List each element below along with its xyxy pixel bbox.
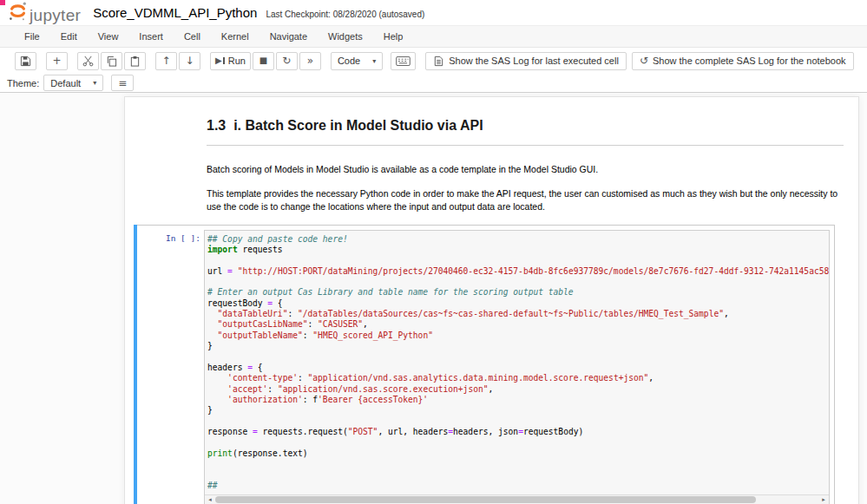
code-line[interactable] — [207, 255, 829, 265]
sas-log-notebook-button[interactable]: ↺ Show the complete SAS Log for the note… — [632, 52, 854, 70]
code-line[interactable] — [207, 437, 829, 448]
theme-value: Default — [50, 78, 81, 88]
code-editor[interactable]: ## Copy and paste code here!import reque… — [204, 230, 830, 504]
cut-cell-button[interactable] — [77, 52, 99, 70]
menu-bar: File Edit View Insert Cell Kernel Naviga… — [0, 25, 867, 48]
interrupt-kernel-button[interactable]: ■ — [253, 52, 274, 70]
menu-cell[interactable]: Cell — [174, 26, 211, 47]
copy-icon — [106, 56, 117, 67]
theme-select[interactable]: Default ▾ — [43, 75, 103, 91]
code-line[interactable]: } — [207, 405, 829, 416]
toc-button[interactable]: ≡ — [111, 75, 134, 91]
code-line[interactable] — [207, 469, 829, 480]
menu-file[interactable]: File — [14, 26, 50, 47]
code-line[interactable] — [207, 416, 829, 427]
code-line[interactable]: } — [207, 341, 829, 351]
code-line[interactable]: headers = { — [207, 363, 829, 373]
menu-view[interactable]: View — [88, 26, 129, 47]
paste-cell-button[interactable] — [124, 52, 146, 70]
sas-log-notebook-label: Show the complete SAS Log for the notebo… — [653, 56, 846, 66]
notebook-title[interactable]: Score_VDMML_API_Python — [93, 3, 257, 23]
jupyter-wordmark: jupyter — [30, 6, 81, 25]
cell-prompt: In [ ]: — [141, 230, 204, 504]
sas-log-cell-button[interactable]: Show the SAS Log for last executed cell — [425, 52, 627, 70]
cell-type-select[interactable]: Code ▾ — [331, 52, 383, 70]
plus-icon: + — [52, 56, 61, 66]
list-lines-icon: ≡ — [118, 78, 127, 88]
heading-rule — [207, 145, 844, 146]
code-lines: ## Copy and paste code here!import reque… — [207, 234, 829, 491]
code-line[interactable]: requestBody = { — [207, 298, 829, 309]
run-label: Run — [228, 56, 246, 66]
command-palette-button[interactable] — [391, 52, 416, 70]
add-cell-button[interactable]: + — [46, 52, 68, 70]
menu-widgets[interactable]: Widgets — [318, 26, 373, 47]
stop-icon: ■ — [259, 56, 267, 65]
app-header: jupyter Score_VDMML_API_Python Last Chec… — [0, 0, 867, 25]
code-line[interactable]: ## — [207, 481, 829, 491]
code-line[interactable]: 'authorization': f'Bearer {accessToken}' — [207, 395, 829, 405]
code-line[interactable]: print(response.text) — [207, 448, 829, 459]
code-line[interactable]: ## Copy and paste code here! — [207, 234, 829, 245]
restart-icon: ↻ — [282, 56, 291, 66]
restart-kernel-button[interactable]: ↻ — [276, 52, 298, 70]
menu-navigate[interactable]: Navigate — [259, 26, 318, 47]
cell-type-value: Code — [338, 56, 360, 66]
paragraph-1: Batch scoring of Models in Model Studio … — [207, 163, 844, 176]
theme-label: Theme: — [7, 78, 39, 88]
markdown-cell[interactable]: 1.3 i. Batch Score in Model Studio via A… — [125, 118, 844, 213]
arrow-down-icon: ↓ — [185, 56, 194, 66]
code-line[interactable]: # Enter an output Cas Library and table … — [207, 287, 829, 298]
copy-cell-button[interactable] — [101, 52, 122, 70]
code-line[interactable] — [207, 352, 829, 363]
code-line[interactable] — [207, 277, 829, 287]
section-heading: 1.3 i. Batch Score in Model Studio via A… — [207, 118, 844, 134]
pink-artifact — [0, 0, 5, 5]
code-line[interactable]: "dataTableUri": "/dataTables/dataSources… — [207, 309, 829, 319]
keyboard-icon — [396, 56, 411, 66]
menu-insert[interactable]: Insert — [128, 26, 174, 47]
code-line[interactable]: "outputCasLibName": "CASUSER", — [207, 319, 829, 330]
sas-log-cell-label: Show the SAS Log for last executed cell — [449, 56, 619, 66]
horizontal-scrollbar[interactable]: ◂ ▸ — [205, 494, 829, 504]
paste-icon — [129, 56, 141, 67]
code-cell-region: In [ ]: ## Copy and paste code here!impo… — [136, 225, 835, 504]
jupyter-logo[interactable]: jupyter — [9, 1, 81, 25]
menu-kernel[interactable]: Kernel — [211, 26, 259, 47]
restart-run-all-button[interactable]: » — [299, 52, 321, 70]
floppy-icon — [20, 56, 31, 67]
code-line[interactable]: url = "http://HOST:PORT/dataMining/proje… — [207, 266, 829, 277]
menu-edit[interactable]: Edit — [50, 26, 88, 47]
jupyter-logo-icon — [9, 1, 27, 25]
code-line[interactable]: "outputTableName": "HMEQ_scored_API_Pyth… — [207, 331, 829, 341]
checkpoint-date: Last Checkpoint: 08/28/2020 — [266, 10, 376, 19]
arrow-up-icon: ↑ — [161, 56, 170, 66]
checkpoint-text: Last Checkpoint: 08/28/2020 (autosaved) — [266, 7, 424, 19]
move-cell-up-button[interactable]: ↑ — [155, 52, 177, 70]
autosave-status: (autosaved) — [379, 10, 425, 19]
fast-forward-icon: » — [307, 56, 313, 66]
scrollbar-thumb[interactable] — [215, 496, 756, 503]
code-line[interactable]: import requests — [207, 245, 829, 255]
scroll-right-arrow[interactable]: ▸ — [818, 495, 829, 504]
move-cell-down-button[interactable]: ↓ — [179, 52, 200, 70]
document-icon — [433, 56, 444, 67]
code-line[interactable]: 'accept': "application/vnd.sas.score.exe… — [207, 384, 829, 395]
run-cell-button[interactable]: ▶ Run — [210, 52, 251, 70]
code-line[interactable] — [207, 459, 829, 469]
code-cell[interactable]: In [ ]: ## Copy and paste code here!impo… — [136, 225, 835, 504]
chevron-down-icon: ▾ — [372, 57, 376, 65]
step-forward-icon: ▶ — [215, 56, 222, 65]
history-icon: ↺ — [640, 55, 648, 67]
code-line[interactable]: 'content-type': "application/vnd.sas.ana… — [207, 373, 829, 383]
notebook-container: 1.3 i. Batch Score in Model Studio via A… — [124, 96, 859, 504]
code-line[interactable]: response = requests.request("POST", url,… — [207, 427, 829, 437]
step-forward-bar-icon — [223, 57, 225, 64]
toolbar: + ↑ ↓ ▶ Run ■ ↻ » Code ▾ Show the SAS — [0, 48, 867, 74]
menu-help[interactable]: Help — [373, 26, 414, 47]
chevron-down-icon: ▾ — [93, 79, 96, 87]
save-button[interactable] — [15, 52, 36, 70]
notebook-scroll-area[interactable]: 1.3 i. Batch Score in Model Studio via A… — [0, 92, 867, 504]
scroll-left-arrow[interactable]: ◂ — [205, 495, 215, 504]
paragraph-2: This template provides the necessary Pyt… — [207, 187, 844, 213]
